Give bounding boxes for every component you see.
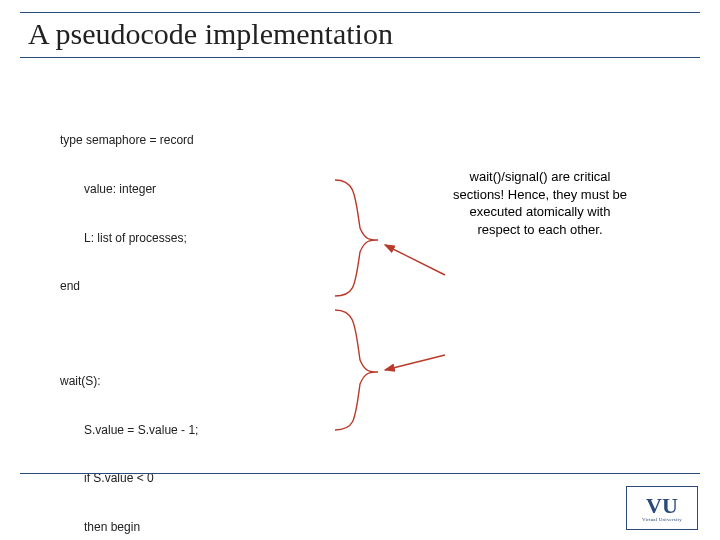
code-line: end <box>60 278 660 294</box>
content-area: type semaphore = record value: integer L… <box>60 100 660 450</box>
pseudocode: type semaphore = record value: integer L… <box>60 100 660 540</box>
code-line: wait(S): <box>60 373 660 389</box>
rule-footer <box>20 473 700 474</box>
annotation-text: wait()/signal() are critical sections! H… <box>450 168 630 238</box>
rule-under-title <box>20 57 700 58</box>
logo-sub: Virtual University <box>642 517 682 522</box>
title-area: A pseudocode implementation <box>20 12 700 58</box>
vu-logo: VU Virtual University <box>626 486 698 530</box>
logo-main: VU <box>646 495 678 517</box>
rule-top <box>20 12 700 13</box>
code-line: S.value = S.value - 1; <box>60 422 660 438</box>
code-line: then begin <box>60 519 660 535</box>
code-line: type semaphore = record <box>60 132 660 148</box>
page-title: A pseudocode implementation <box>28 17 700 51</box>
